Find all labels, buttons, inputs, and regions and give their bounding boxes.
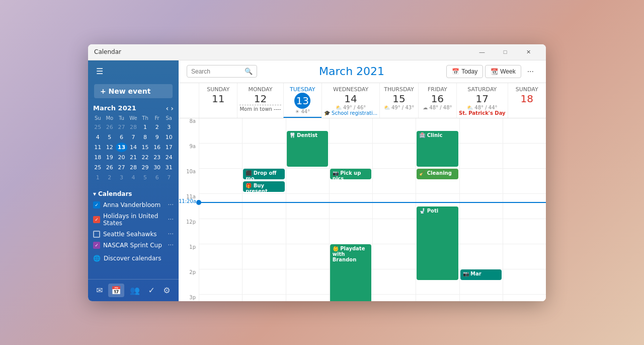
hamburger-icon[interactable]: ☰ (94, 64, 105, 78)
mini-day[interactable]: 3 (116, 173, 127, 182)
search-box[interactable]: 🔍 (187, 65, 257, 78)
cell-sun2-1[interactable] (503, 244, 546, 269)
mini-day[interactable]: 31 (163, 163, 175, 172)
cell-sun2-2[interactable] (503, 269, 546, 295)
calendar-item-seahawks[interactable]: Seattle Seahawks ··· (92, 229, 175, 240)
calendar-event[interactable]: 📷 Pick up pics (330, 169, 371, 179)
mini-day[interactable]: 6 (116, 132, 127, 142)
mini-day[interactable]: 9 (151, 132, 163, 142)
cell-sat-11[interactable] (459, 194, 503, 219)
calendar-more-anna[interactable]: ··· (168, 201, 174, 209)
mini-day[interactable]: 15 (139, 143, 151, 152)
cell-sun-3[interactable] (199, 295, 242, 301)
mini-day[interactable]: 29 (139, 163, 151, 172)
mini-day[interactable]: 20 (116, 153, 127, 162)
calendar-item-nascar[interactable]: ✓ NASCAR Sprint Cup ··· (92, 240, 175, 251)
mini-day[interactable]: 27 (116, 122, 127, 132)
cell-sat-8[interactable] (459, 118, 503, 144)
mini-day[interactable]: 5 (104, 132, 116, 142)
mini-day[interactable]: 10 (163, 132, 175, 142)
mini-day[interactable]: 22 (139, 153, 151, 162)
mini-day[interactable]: 2 (104, 173, 116, 182)
tasks-icon[interactable]: ✓ (145, 284, 157, 297)
mini-day[interactable]: 24 (163, 153, 175, 162)
mini-day[interactable]: 6 (151, 173, 163, 182)
week-button[interactable]: 📆 Week (485, 65, 521, 78)
mini-day[interactable]: 3 (163, 122, 175, 132)
cell-sun-11[interactable] (199, 194, 242, 219)
mini-day[interactable]: 14 (128, 143, 139, 152)
cell-sun2-3[interactable] (503, 295, 546, 301)
calendar-more-holidays[interactable]: ··· (168, 216, 174, 223)
cell-sun-10[interactable] (199, 169, 242, 194)
cell-sun-8[interactable] (199, 118, 242, 144)
mini-day[interactable]: 26 (104, 122, 116, 132)
mini-day[interactable]: 23 (151, 153, 163, 162)
mini-day[interactable]: 28 (128, 163, 139, 172)
cell-tue-10[interactable] (286, 169, 329, 194)
people-icon[interactable]: 👥 (127, 284, 143, 297)
calendar-event[interactable]: 👶 Playdate with Brandon (330, 244, 371, 301)
today-button[interactable]: 📅 Today (446, 65, 483, 78)
cell-mon-11[interactable] (242, 194, 285, 219)
calendar-more-seahawks[interactable]: ··· (168, 231, 174, 238)
mini-day-today[interactable]: 13 (116, 143, 127, 152)
cell-thu-11[interactable] (372, 194, 416, 219)
cell-sat-10[interactable] (459, 169, 503, 194)
calendar-event[interactable]: ⬛ Drop off mo (243, 169, 284, 179)
cell-mon-12[interactable] (242, 219, 285, 244)
cell-thu-2[interactable] (372, 269, 416, 295)
cell-sun2-11[interactable] (503, 194, 546, 219)
cell-tue-2[interactable] (286, 269, 329, 295)
cell-wed-8[interactable] (329, 118, 372, 144)
calendar-more-nascar[interactable]: ··· (168, 242, 174, 249)
cell-tue-11[interactable] (286, 194, 329, 219)
maximize-button[interactable]: □ (494, 44, 517, 60)
cell-sat-12[interactable] (459, 219, 503, 244)
mini-day[interactable]: 17 (163, 143, 175, 152)
calendar-nav-icon[interactable]: 📅 (108, 284, 124, 297)
mail-icon[interactable]: ✉ (93, 284, 106, 297)
settings-icon[interactable]: ⚙ (160, 284, 173, 297)
mini-day[interactable]: 21 (128, 153, 139, 162)
cell-wed-9[interactable] (329, 144, 372, 169)
calendar-event[interactable]: 🎁 Buy present (243, 181, 284, 192)
mini-day[interactable]: 12 (104, 143, 116, 152)
cell-tue-12[interactable] (286, 219, 329, 244)
cell-sun-1[interactable] (199, 244, 242, 269)
mini-day[interactable]: 27 (116, 163, 127, 172)
calendar-event[interactable]: 🏥 Clinic (417, 131, 458, 167)
cell-tue-3[interactable] (286, 295, 329, 301)
mini-day[interactable]: 19 (104, 153, 116, 162)
mini-day[interactable]: 16 (151, 143, 163, 152)
cell-mon-8[interactable] (242, 118, 285, 144)
minimize-button[interactable]: — (470, 44, 494, 60)
cell-thu-3[interactable] (372, 295, 416, 301)
mini-day[interactable]: 4 (92, 132, 104, 142)
cell-thu-10[interactable] (372, 169, 416, 194)
cell-sun2-8[interactable] (503, 118, 546, 144)
mini-day[interactable]: 7 (128, 132, 139, 142)
cell-sun-9[interactable] (199, 144, 242, 169)
mini-day[interactable]: 5 (139, 173, 151, 182)
cell-sun2-9[interactable] (503, 144, 546, 169)
mini-day[interactable]: 28 (128, 122, 139, 132)
cell-thu-1[interactable] (372, 244, 416, 269)
mini-day[interactable]: 1 (139, 122, 151, 132)
cell-wed-12[interactable] (329, 219, 372, 244)
mini-day[interactable]: 11 (92, 143, 104, 152)
cell-mon-9[interactable] (242, 144, 285, 169)
mini-day[interactable]: 4 (128, 173, 139, 182)
mini-cal-next[interactable]: › (171, 104, 174, 112)
mini-day[interactable]: 18 (92, 153, 104, 162)
calendar-item-holidays[interactable]: ✓ Holidays in United States ··· (92, 211, 175, 229)
mini-day[interactable]: 8 (139, 132, 151, 142)
cell-mon-1[interactable] (242, 244, 285, 269)
mini-day[interactable]: 25 (92, 122, 104, 132)
mini-day[interactable]: 30 (151, 163, 163, 172)
search-input[interactable] (191, 68, 243, 75)
cell-thu-8[interactable] (372, 118, 416, 144)
calendar-item-anna[interactable]: ✓ Anna Vanderbloom ··· (92, 199, 175, 211)
mini-day[interactable]: 26 (104, 163, 116, 172)
calendar-event[interactable]: 🦷 Dentist (287, 131, 328, 167)
